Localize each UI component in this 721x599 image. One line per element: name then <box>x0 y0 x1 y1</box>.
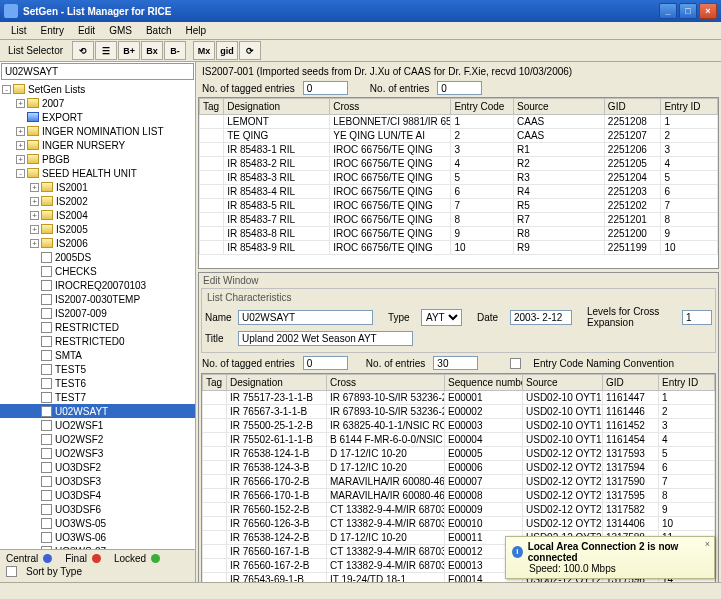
table-row[interactable]: IR 75517-23-1-1-BIR 67893-10-S/IR 53236-… <box>203 391 715 405</box>
edit-tagged-input[interactable] <box>303 356 348 370</box>
tree-node[interactable]: TEST5 <box>0 362 195 376</box>
maximize-button[interactable]: □ <box>679 3 697 19</box>
minimize-button[interactable]: _ <box>659 3 677 19</box>
toolbar-btn-3[interactable]: Bx <box>141 41 163 60</box>
table-row[interactable]: IR 75502-61-1-1-BB 6144 F-MR-6-0-0/NSIC … <box>203 433 715 447</box>
tree[interactable]: -SetGen Lists+2007EXPORT+INGER NOMINATIO… <box>0 81 195 549</box>
tree-node[interactable]: UO2WSF2 <box>0 432 195 446</box>
tree-node[interactable]: +2007 <box>0 96 195 110</box>
col-header[interactable]: Designation <box>227 375 327 391</box>
menu-list[interactable]: List <box>4 23 34 38</box>
table-row[interactable]: IR 85483-8 RILIROC 66756/TE QING9R822512… <box>200 227 718 241</box>
tree-node[interactable]: IS2007-0030TEMP <box>0 292 195 306</box>
expand-icon[interactable]: + <box>30 197 39 206</box>
tree-node[interactable]: +IS2005 <box>0 222 195 236</box>
toolbar-btn-7[interactable]: gid <box>216 41 238 60</box>
col-header[interactable]: Designation <box>224 99 330 115</box>
tree-node[interactable]: TEST7 <box>0 390 195 404</box>
col-header[interactable]: Sequence number <box>445 375 523 391</box>
expand-icon[interactable]: + <box>30 211 39 220</box>
tree-node[interactable]: TEST6 <box>0 376 195 390</box>
tree-node[interactable]: +IS2002 <box>0 194 195 208</box>
col-header[interactable]: GID <box>603 375 659 391</box>
tree-node[interactable]: UO2WSF3 <box>0 446 195 460</box>
expand-icon[interactable]: - <box>2 85 11 94</box>
tree-node[interactable]: +INGER NURSERY <box>0 138 195 152</box>
tree-node[interactable]: IS2007-009 <box>0 306 195 320</box>
table-row[interactable]: IR 76560-126-3-BCT 13382-9-4-M/IR 68703-… <box>203 517 715 531</box>
toolbar-btn-6[interactable]: Mx <box>193 41 215 60</box>
expand-icon[interactable]: + <box>16 155 25 164</box>
expand-icon[interactable]: - <box>16 169 25 178</box>
levels-input[interactable] <box>682 310 712 325</box>
tree-node[interactable]: +PBGB <box>0 152 195 166</box>
expand-icon[interactable]: + <box>16 127 25 136</box>
table-row[interactable]: IR 76566-170-1-BMARAVILHA/IR 60080-46 AE… <box>203 489 715 503</box>
toast-close-icon[interactable]: × <box>705 539 710 549</box>
tree-node[interactable]: SMTA <box>0 348 195 362</box>
tree-node[interactable]: U02WSAYT <box>0 404 195 418</box>
toolbar-btn-0[interactable]: ⟲ <box>72 41 94 60</box>
tree-node[interactable]: UO3WS-06 <box>0 530 195 544</box>
table-row[interactable]: IR 76538-124-3-BD 17-12/IC 10-20E00006US… <box>203 461 715 475</box>
date-input[interactable] <box>510 310 572 325</box>
toolbar-btn-4[interactable]: B- <box>164 41 186 60</box>
col-header[interactable]: Entry ID <box>659 375 715 391</box>
col-header[interactable]: Cross <box>327 375 445 391</box>
table-row[interactable]: IR 85483-4 RILIROC 66756/TE QING6R422512… <box>200 185 718 199</box>
col-header[interactable]: Entry Code <box>451 99 514 115</box>
table-row[interactable]: IR 85483-3 RILIROC 66756/TE QING5R322512… <box>200 171 718 185</box>
network-toast[interactable]: × iLocal Area Connection 2 is now connec… <box>505 536 715 579</box>
tree-node[interactable]: +IS2006 <box>0 236 195 250</box>
table-row[interactable]: IR 85483-5 RILIROC 66756/TE QING7R522512… <box>200 199 718 213</box>
table-row[interactable]: IR 76538-124-1-BD 17-12/IC 10-20E00005US… <box>203 447 715 461</box>
menu-entry[interactable]: Entry <box>34 23 71 38</box>
tree-node[interactable]: RESTRICTED0 <box>0 334 195 348</box>
expand-icon[interactable]: + <box>16 99 25 108</box>
expand-icon[interactable]: + <box>30 183 39 192</box>
col-header[interactable]: GID <box>604 99 661 115</box>
table-row[interactable]: LEMONTLEBONNET/CI 9881/IR 659-10-1CAAS22… <box>200 115 718 129</box>
col-header[interactable]: Source <box>523 375 603 391</box>
convention-checkbox[interactable] <box>510 358 521 369</box>
tree-node[interactable]: UO3DSF6 <box>0 502 195 516</box>
tree-node[interactable]: +IS2001 <box>0 180 195 194</box>
table-row[interactable]: IR 85483-9 RILIROC 66756/TE QING10R92251… <box>200 241 718 255</box>
col-header[interactable]: Source <box>513 99 604 115</box>
table-row[interactable]: IR 85483-7 RILIROC 66756/TE QING8R722512… <box>200 213 718 227</box>
toolbar-btn-1[interactable]: ☰ <box>95 41 117 60</box>
menu-help[interactable]: Help <box>179 23 214 38</box>
tree-node[interactable]: UO2WSF1 <box>0 418 195 432</box>
tagged-count-input[interactable] <box>303 81 348 95</box>
title-input[interactable] <box>238 331 413 346</box>
tree-node[interactable]: 2005DS <box>0 250 195 264</box>
table-row[interactable]: IR 85483-1 RILIROC 66756/TE QING3R122512… <box>200 143 718 157</box>
edit-entries-input[interactable] <box>433 356 478 370</box>
tree-node[interactable]: UO3WS-05 <box>0 516 195 530</box>
table-row[interactable]: IR 76560-152-2-BCT 13382-9-4-M/IR 68703-… <box>203 503 715 517</box>
table-row[interactable]: IR 85483-2 RILIROC 66756/TE QING4R222512… <box>200 157 718 171</box>
tree-node[interactable]: CHECKS <box>0 264 195 278</box>
menu-edit[interactable]: Edit <box>71 23 102 38</box>
toolbar-btn-2[interactable]: B+ <box>118 41 140 60</box>
name-input[interactable] <box>238 310 373 325</box>
table-row[interactable]: TE QINGYE QING LUN/TE AI2CAAS22512072 <box>200 129 718 143</box>
sort-checkbox[interactable] <box>6 566 17 577</box>
tree-node[interactable]: RESTRICTED <box>0 320 195 334</box>
expand-icon[interactable]: + <box>30 225 39 234</box>
col-header[interactable]: Tag <box>200 99 224 115</box>
close-button[interactable]: × <box>699 3 717 19</box>
col-header[interactable]: Tag <box>203 375 227 391</box>
tree-node[interactable]: EXPORT <box>0 110 195 124</box>
entries-count-input[interactable] <box>437 81 482 95</box>
table-row[interactable]: IR 76566-170-2-BMARAVILHA/IR 60080-46 AE… <box>203 475 715 489</box>
col-header[interactable]: Entry ID <box>661 99 718 115</box>
tree-node[interactable]: IROCREQ20070103 <box>0 278 195 292</box>
tree-node[interactable]: -SetGen Lists <box>0 82 195 96</box>
table-row[interactable]: IR 75500-25-1-2-BIR 63825-40-1-1/NSIC RC… <box>203 419 715 433</box>
col-header[interactable]: Cross <box>330 99 451 115</box>
tree-node[interactable]: UO3DSF4 <box>0 488 195 502</box>
top-grid[interactable]: TagDesignationCrossEntry CodeSourceGIDEn… <box>198 97 719 269</box>
table-row[interactable]: IR 76567-3-1-1-BIR 67893-10-S/IR 53236-2… <box>203 405 715 419</box>
menu-gms[interactable]: GMS <box>102 23 139 38</box>
